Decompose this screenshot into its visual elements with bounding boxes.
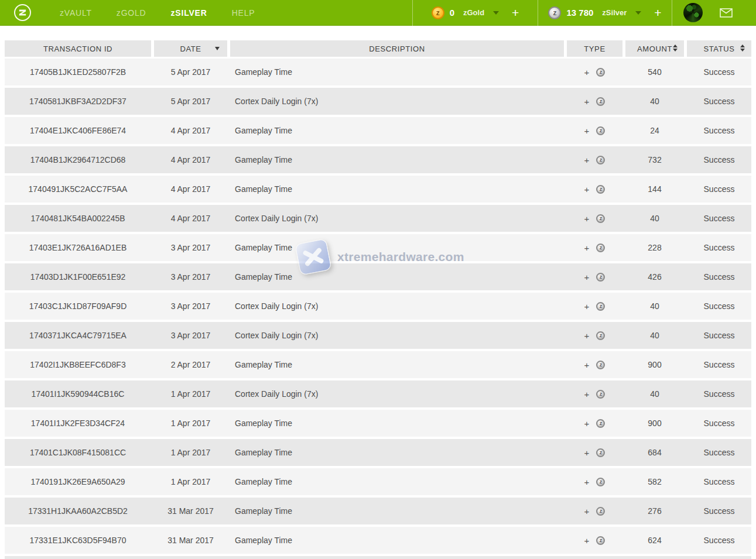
status-cell: Success <box>687 527 751 554</box>
mail-icon[interactable] <box>720 8 733 18</box>
nav-zvault[interactable]: zVAULT <box>47 0 104 26</box>
type-cell: + z <box>567 88 622 115</box>
description-cell: Gameplay Time <box>230 117 564 144</box>
table-row[interactable]: 17331H1JKAA60A2CB5D2 31 Mar 2017 Gamepla… <box>5 498 751 524</box>
zsilver-coin-icon: z <box>596 68 605 77</box>
col-description[interactable]: DESCRIPTION <box>230 40 564 57</box>
col-transaction-id[interactable]: TRANSACTION ID <box>5 40 151 57</box>
table-row[interactable]: 17401I1JK2FE3D34CF24 1 Apr 2017 Gameplay… <box>5 410 751 437</box>
col-amount[interactable]: AMOUNT <box>625 40 684 57</box>
zsilver-dropdown-caret-icon[interactable] <box>635 11 641 15</box>
description-cell: Cortex Daily Login (7x) <box>230 322 564 349</box>
topbar-right: z 0 zGold + z 13 780 zSilver + <box>412 0 756 26</box>
zsilver-label: zSilver <box>602 8 627 17</box>
status-cell: Success <box>687 468 751 495</box>
table-row[interactable]: 1740371JKCA4C79715EA 3 Apr 2017 Cortex D… <box>5 322 751 349</box>
table-row[interactable]: 17404E1JKC406FE86E74 4 Apr 2017 Gameplay… <box>5 117 751 144</box>
table-row[interactable]: 17401I1JK590944CB16C 1 Apr 2017 Cortex D… <box>5 380 751 407</box>
transaction-id-cell: 1740581JKBF3A2D2DF37 <box>5 88 151 115</box>
table-row[interactable]: 17405B1JK1ED25807F2B 5 Apr 2017 Gameplay… <box>5 59 751 85</box>
type-cell: + z <box>567 527 622 554</box>
table-row[interactable]: 17404B1JK2964712CD68 4 Apr 2017 Gameplay… <box>5 146 751 173</box>
date-cell: 1 Apr 2017 <box>154 410 227 437</box>
credit-plus-icon: + <box>584 301 590 311</box>
date-cell: 2 Apr 2017 <box>154 351 227 378</box>
description-cell: Gameplay Time <box>230 468 564 495</box>
table-row[interactable]: 17403E1JK726A16AD1EB 3 Apr 2017 Gameplay… <box>5 234 751 261</box>
status-cell: Success <box>687 263 751 290</box>
credit-plus-icon: + <box>584 243 590 253</box>
zgold-balance: 0 <box>450 8 454 18</box>
zsilver-coin-icon: z <box>596 419 605 428</box>
credit-plus-icon: + <box>584 360 590 370</box>
table-row[interactable]: 17401C1JK08F415081CC 1 Apr 2017 Gameplay… <box>5 439 751 466</box>
table-row[interactable]: 17403C1JK1D87F09AF9D 3 Apr 2017 Cortex D… <box>5 293 751 320</box>
description-cell: Gameplay Time <box>230 410 564 437</box>
type-cell: + z <box>567 468 622 495</box>
status-cell: Success <box>687 498 751 524</box>
col-status[interactable]: STATUS <box>687 40 751 57</box>
zsilver-coin-icon: z <box>596 448 605 457</box>
sort-both-icon[interactable] <box>740 44 745 52</box>
avatar[interactable] <box>683 3 703 22</box>
type-cell: + z <box>567 59 622 85</box>
zsilver-balance: 13 780 <box>566 8 593 18</box>
date-cell: 4 Apr 2017 <box>154 205 227 232</box>
table-header: TRANSACTION ID DATE DESCRIPTION TYPE AMO… <box>5 40 751 57</box>
date-cell: 5 Apr 2017 <box>154 59 227 85</box>
status-cell: Success <box>687 439 751 466</box>
type-cell: + z <box>567 410 622 437</box>
type-cell: + z <box>567 176 622 203</box>
description-cell: Gameplay Time <box>230 59 564 85</box>
nav-help[interactable]: HELP <box>220 0 268 26</box>
credit-plus-icon: + <box>584 155 590 165</box>
date-cell: 31 Mar 2017 <box>154 498 227 524</box>
table-row-partial <box>5 556 751 559</box>
type-cell: + z <box>567 380 622 407</box>
table-row[interactable]: 17403D1JK1F00E651E92 3 Apr 2017 Gameplay… <box>5 263 751 290</box>
status-cell: Success <box>687 205 751 232</box>
status-cell: Success <box>687 410 751 437</box>
table-row[interactable]: 17402I1JKB8EEFC6D8F3 2 Apr 2017 Gameplay… <box>5 351 751 378</box>
amount-cell: 426 <box>625 263 684 290</box>
description-cell: Gameplay Time <box>230 176 564 203</box>
table-row[interactable]: 17331E1JKC63D5F94B70 31 Mar 2017 Gamepla… <box>5 527 751 554</box>
date-cell: 31 Mar 2017 <box>154 527 227 554</box>
type-cell: + z <box>567 322 622 349</box>
amount-cell: 228 <box>625 234 684 261</box>
col-type[interactable]: TYPE <box>567 40 622 57</box>
sort-both-icon[interactable] <box>673 44 678 52</box>
type-cell: + z <box>567 439 622 466</box>
zgold-add-button[interactable]: + <box>512 1 519 25</box>
description-cell: Gameplay Time <box>230 351 564 378</box>
description-cell: Cortex Daily Login (7x) <box>230 380 564 407</box>
table-row[interactable]: 1740581JKBF3A2D2DF37 5 Apr 2017 Cortex D… <box>5 88 751 115</box>
zsilver-add-button[interactable]: + <box>654 1 661 25</box>
zsilver-coin-icon: z <box>596 390 605 399</box>
amount-cell: 900 <box>625 351 684 378</box>
description-cell: Gameplay Time <box>230 498 564 524</box>
sort-desc-icon[interactable] <box>215 47 220 50</box>
transaction-id-cell: 1740481JK54BA002245B <box>5 205 151 232</box>
credit-plus-icon: + <box>584 477 590 487</box>
nav-zgold[interactable]: zGOLD <box>104 0 159 26</box>
description-cell: Cortex Daily Login (7x) <box>230 88 564 115</box>
transaction-id-cell: 17404E1JKC406FE86E74 <box>5 117 151 144</box>
amount-cell: 684 <box>625 439 684 466</box>
amount-cell: 624 <box>625 527 684 554</box>
description-cell: Gameplay Time <box>230 439 564 466</box>
zvault-logo-icon[interactable] <box>14 4 31 21</box>
type-cell: + z <box>567 293 622 320</box>
col-date[interactable]: DATE <box>154 40 227 57</box>
status-cell: Success <box>687 234 751 261</box>
zgold-label: zGold <box>463 8 484 17</box>
type-cell: + z <box>567 351 622 378</box>
table-row[interactable]: 1740491JK5C2ACC7F5AA 4 Apr 2017 Gameplay… <box>5 176 751 203</box>
transaction-id-cell: 17331H1JKAA60A2CB5D2 <box>5 498 151 524</box>
transaction-id-cell: 17403E1JK726A16AD1EB <box>5 234 151 261</box>
zgold-dropdown-caret-icon[interactable] <box>493 11 499 15</box>
table-row[interactable]: 1740191JK26E9A650A29 1 Apr 2017 Gameplay… <box>5 468 751 495</box>
table-row[interactable]: 1740481JK54BA002245B 4 Apr 2017 Cortex D… <box>5 205 751 232</box>
date-cell: 3 Apr 2017 <box>154 263 227 290</box>
nav-zsilver[interactable]: zSILVER <box>159 0 220 26</box>
